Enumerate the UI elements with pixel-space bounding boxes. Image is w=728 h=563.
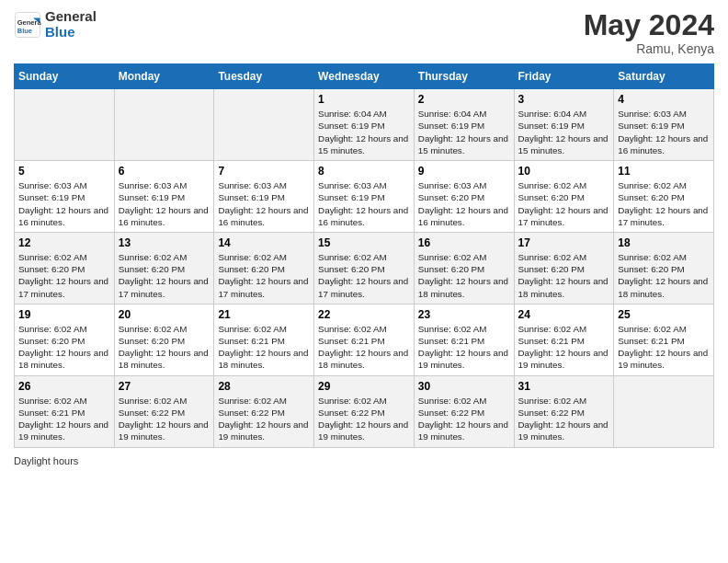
cell-info: Sunrise: 6:02 AMSunset: 6:22 PMDaylight:… <box>418 396 508 442</box>
day-number: 11 <box>618 165 710 178</box>
cell-info: Sunrise: 6:03 AMSunset: 6:19 PMDaylight:… <box>218 180 308 227</box>
day-number: 28 <box>218 380 310 393</box>
calendar-cell: 16Sunrise: 6:02 AMSunset: 6:20 PMDayligh… <box>414 232 514 304</box>
day-number: 15 <box>318 236 410 249</box>
col-friday: Friday <box>514 64 614 89</box>
day-number: 12 <box>18 236 110 249</box>
calendar-cell: 6Sunrise: 6:03 AMSunset: 6:19 PMDaylight… <box>114 161 214 233</box>
day-number: 6 <box>119 165 210 178</box>
calendar-cell: 30Sunrise: 6:02 AMSunset: 6:22 PMDayligh… <box>414 375 514 447</box>
cell-info: Sunrise: 6:02 AMSunset: 6:21 PMDaylight:… <box>318 324 408 371</box>
calendar-cell: 13Sunrise: 6:02 AMSunset: 6:20 PMDayligh… <box>114 232 214 304</box>
calendar-cell: 7Sunrise: 6:03 AMSunset: 6:19 PMDaylight… <box>214 161 314 233</box>
calendar-cell: 31Sunrise: 6:02 AMSunset: 6:22 PMDayligh… <box>514 375 614 447</box>
col-tuesday: Tuesday <box>214 64 314 89</box>
cell-info: Sunrise: 6:02 AMSunset: 6:21 PMDaylight:… <box>518 324 609 371</box>
calendar-title: May 2024 <box>584 9 714 41</box>
footer-daylight: Daylight hours <box>14 455 714 466</box>
day-number: 7 <box>218 165 310 178</box>
calendar-cell: 20Sunrise: 6:02 AMSunset: 6:20 PMDayligh… <box>114 304 214 375</box>
logo-icon: General Blue <box>14 11 41 39</box>
cell-info: Sunrise: 6:02 AMSunset: 6:20 PMDaylight:… <box>218 252 308 299</box>
calendar-table: Sunday Monday Tuesday Wednesday Thursday… <box>14 63 714 447</box>
calendar-cell: 27Sunrise: 6:02 AMSunset: 6:22 PMDayligh… <box>114 375 214 447</box>
header: General Blue General Blue May 2024 Ramu,… <box>14 9 714 56</box>
day-number: 8 <box>318 165 410 178</box>
day-number: 22 <box>318 308 410 321</box>
cell-info: Sunrise: 6:02 AMSunset: 6:22 PMDaylight:… <box>518 396 609 442</box>
col-monday: Monday <box>114 64 214 89</box>
day-number: 17 <box>518 236 610 249</box>
calendar-cell: 24Sunrise: 6:02 AMSunset: 6:21 PMDayligh… <box>514 304 614 375</box>
calendar-cell <box>114 89 214 161</box>
calendar-week-4: 19Sunrise: 6:02 AMSunset: 6:20 PMDayligh… <box>15 304 714 375</box>
day-number: 13 <box>119 236 210 249</box>
svg-text:Blue: Blue <box>17 27 32 35</box>
day-number: 29 <box>318 380 410 393</box>
day-number: 14 <box>218 236 310 249</box>
header-row: Sunday Monday Tuesday Wednesday Thursday… <box>15 64 714 89</box>
calendar-page: General Blue General Blue May 2024 Ramu,… <box>0 0 728 563</box>
calendar-cell: 22Sunrise: 6:02 AMSunset: 6:21 PMDayligh… <box>314 304 415 375</box>
calendar-cell: 25Sunrise: 6:02 AMSunset: 6:21 PMDayligh… <box>614 304 714 375</box>
calendar-week-1: 1Sunrise: 6:04 AMSunset: 6:19 PMDaylight… <box>15 89 714 161</box>
col-saturday: Saturday <box>614 64 714 89</box>
title-block: May 2024 Ramu, Kenya <box>584 9 714 56</box>
day-number: 5 <box>18 165 110 178</box>
cell-info: Sunrise: 6:03 AMSunset: 6:20 PMDaylight:… <box>418 180 508 227</box>
cell-info: Sunrise: 6:03 AMSunset: 6:19 PMDaylight:… <box>119 180 209 227</box>
cell-info: Sunrise: 6:04 AMSunset: 6:19 PMDaylight:… <box>318 109 408 155</box>
logo-line1: General <box>45 9 97 25</box>
calendar-cell: 29Sunrise: 6:02 AMSunset: 6:22 PMDayligh… <box>314 375 415 447</box>
cell-info: Sunrise: 6:02 AMSunset: 6:20 PMDaylight:… <box>518 180 609 227</box>
cell-info: Sunrise: 6:02 AMSunset: 6:22 PMDaylight:… <box>318 396 408 442</box>
calendar-cell: 2Sunrise: 6:04 AMSunset: 6:19 PMDaylight… <box>414 89 514 161</box>
day-number: 18 <box>618 236 710 249</box>
calendar-cell: 8Sunrise: 6:03 AMSunset: 6:19 PMDaylight… <box>314 161 415 233</box>
calendar-week-3: 12Sunrise: 6:02 AMSunset: 6:20 PMDayligh… <box>15 232 714 304</box>
calendar-cell: 5Sunrise: 6:03 AMSunset: 6:19 PMDaylight… <box>15 161 115 233</box>
cell-info: Sunrise: 6:02 AMSunset: 6:20 PMDaylight:… <box>318 252 408 299</box>
calendar-week-5: 26Sunrise: 6:02 AMSunset: 6:21 PMDayligh… <box>15 375 714 447</box>
calendar-cell: 10Sunrise: 6:02 AMSunset: 6:20 PMDayligh… <box>514 161 614 233</box>
cell-info: Sunrise: 6:02 AMSunset: 6:20 PMDaylight:… <box>119 252 209 299</box>
calendar-cell: 18Sunrise: 6:02 AMSunset: 6:20 PMDayligh… <box>614 232 714 304</box>
cell-info: Sunrise: 6:02 AMSunset: 6:21 PMDaylight:… <box>18 396 108 442</box>
day-number: 3 <box>518 93 610 106</box>
cell-info: Sunrise: 6:02 AMSunset: 6:20 PMDaylight:… <box>618 180 708 227</box>
day-number: 26 <box>18 380 110 393</box>
calendar-cell <box>214 89 314 161</box>
day-number: 23 <box>418 308 510 321</box>
day-number: 10 <box>518 165 610 178</box>
calendar-cell <box>614 375 714 447</box>
day-number: 2 <box>418 93 510 106</box>
day-number: 20 <box>119 308 210 321</box>
cell-info: Sunrise: 6:02 AMSunset: 6:20 PMDaylight:… <box>418 252 508 299</box>
col-thursday: Thursday <box>414 64 514 89</box>
cell-info: Sunrise: 6:03 AMSunset: 6:19 PMDaylight:… <box>18 180 108 227</box>
day-number: 16 <box>418 236 510 249</box>
calendar-cell: 23Sunrise: 6:02 AMSunset: 6:21 PMDayligh… <box>414 304 514 375</box>
calendar-cell: 26Sunrise: 6:02 AMSunset: 6:21 PMDayligh… <box>15 375 115 447</box>
day-number: 4 <box>618 93 710 106</box>
cell-info: Sunrise: 6:02 AMSunset: 6:20 PMDaylight:… <box>18 252 108 299</box>
logo-line2: Blue <box>45 25 97 40</box>
calendar-cell: 11Sunrise: 6:02 AMSunset: 6:20 PMDayligh… <box>614 161 714 233</box>
day-number: 9 <box>418 165 510 178</box>
calendar-cell: 9Sunrise: 6:03 AMSunset: 6:20 PMDaylight… <box>414 161 514 233</box>
cell-info: Sunrise: 6:04 AMSunset: 6:19 PMDaylight:… <box>518 109 609 155</box>
calendar-cell: 4Sunrise: 6:03 AMSunset: 6:19 PMDaylight… <box>614 89 714 161</box>
day-number: 21 <box>218 308 310 321</box>
col-sunday: Sunday <box>15 64 115 89</box>
calendar-subtitle: Ramu, Kenya <box>584 41 714 56</box>
day-number: 27 <box>119 380 210 393</box>
cell-info: Sunrise: 6:02 AMSunset: 6:20 PMDaylight:… <box>18 324 108 371</box>
cell-info: Sunrise: 6:03 AMSunset: 6:19 PMDaylight:… <box>318 180 408 227</box>
calendar-cell: 19Sunrise: 6:02 AMSunset: 6:20 PMDayligh… <box>15 304 115 375</box>
calendar-week-2: 5Sunrise: 6:03 AMSunset: 6:19 PMDaylight… <box>15 161 714 233</box>
day-number: 24 <box>518 308 610 321</box>
calendar-cell: 28Sunrise: 6:02 AMSunset: 6:22 PMDayligh… <box>214 375 314 447</box>
cell-info: Sunrise: 6:02 AMSunset: 6:21 PMDaylight:… <box>618 324 708 371</box>
cell-info: Sunrise: 6:02 AMSunset: 6:21 PMDaylight:… <box>218 324 308 371</box>
calendar-cell: 21Sunrise: 6:02 AMSunset: 6:21 PMDayligh… <box>214 304 314 375</box>
